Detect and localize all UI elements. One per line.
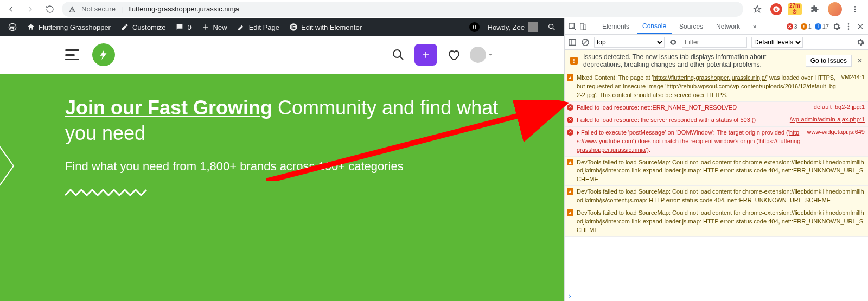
log-source-link[interactable]: www-widgetapi.js:649: [807, 129, 865, 135]
console-log-entry[interactable]: ▲DevTools failed to load SourceMap: Coul…: [565, 207, 868, 237]
wp-edit-page[interactable]: Edit Page: [232, 18, 284, 36]
url-text: fluttering-grasshopper.jurassic.ninja: [128, 5, 239, 13]
error-icon: ✕: [567, 117, 573, 123]
warning-icon: ▲: [567, 159, 573, 165]
wp-elementor[interactable]: Edit with Elementor: [284, 18, 367, 36]
wp-site-home[interactable]: Fluttering Grasshopper: [22, 18, 116, 36]
warning-count[interactable]: !1: [801, 23, 812, 30]
back-button[interactable]: [3, 2, 18, 17]
error-icon: ✕: [567, 104, 573, 111]
not-secure-icon: [68, 5, 76, 13]
error-icon: ✕: [567, 129, 573, 136]
tab-network[interactable]: Network: [711, 18, 745, 34]
log-source-link[interactable]: /wp-admin/admin-ajax.php:1: [790, 116, 865, 123]
log-message: Mixed Content: The page at 'https://flut…: [577, 74, 838, 100]
tab-sources[interactable]: Sources: [674, 18, 709, 34]
extensions-puzzle-icon[interactable]: [807, 2, 822, 17]
svg-point-0: [854, 6, 856, 8]
svg-point-1: [854, 8, 856, 10]
extension-grammarly-icon[interactable]: [770, 3, 782, 15]
reload-button[interactable]: [42, 2, 58, 17]
svg-rect-7: [293, 27, 295, 27]
divider-zigzag-icon: [65, 189, 152, 196]
wishlist-heart-icon[interactable]: [447, 48, 460, 61]
svg-rect-18: [569, 39, 576, 45]
console-log-entry[interactable]: ▲DevTools failed to load SourceMap: Coul…: [565, 157, 868, 187]
svg-rect-5: [292, 25, 293, 29]
wp-edit-page-label: Edit Page: [249, 23, 279, 31]
hero-heading-emph[interactable]: Join our Fast Growing: [65, 97, 272, 119]
tab-more[interactable]: »: [748, 18, 762, 34]
live-expression-icon[interactable]: [669, 38, 678, 47]
hamburger-menu[interactable]: [65, 49, 79, 60]
svg-line-21: [583, 40, 588, 44]
wp-site-name: Fluttering Grasshopper: [39, 23, 111, 31]
add-button[interactable]: [414, 44, 437, 66]
hero-heading: Join our Fast Growing Community and find…: [65, 95, 499, 146]
go-to-issues-button[interactable]: Go to Issues: [806, 55, 852, 67]
profile-avatar[interactable]: [828, 2, 842, 16]
wp-notif-badge[interactable]: 0: [469, 22, 479, 32]
svg-point-10: [393, 50, 401, 57]
issues-close-icon[interactable]: ✕: [857, 57, 863, 65]
log-message: Failed to load resource: net::ERR_NAME_N…: [577, 104, 810, 112]
not-secure-label: Not secure: [81, 5, 116, 13]
console-log-entry[interactable]: ▲Mixed Content: The page at 'https://flu…: [565, 72, 868, 102]
svg-rect-8: [293, 28, 295, 29]
warning-icon: ▲: [567, 74, 573, 81]
forward-button[interactable]: [23, 2, 38, 17]
svg-point-17: [848, 28, 850, 30]
console-log-entry[interactable]: ✕Failed to execute 'postMessage' on 'DOM…: [565, 127, 868, 157]
devtools-panel: Elements Console Sources Network » ✕3 !1…: [564, 18, 868, 301]
svg-point-9: [549, 24, 553, 29]
device-toggle-icon[interactable]: [579, 22, 588, 31]
chrome-menu-icon[interactable]: [847, 2, 863, 17]
level-select[interactable]: Default levels ▾: [751, 37, 803, 48]
log-message: DevTools failed to load SourceMap: Could…: [577, 209, 865, 235]
address-bar[interactable]: Not secure | fluttering-grasshopper.jura…: [62, 2, 743, 17]
tab-elements[interactable]: Elements: [597, 18, 635, 34]
svg-rect-6: [293, 25, 295, 26]
info-count[interactable]: i17: [815, 23, 829, 30]
wp-user-avatar: [528, 22, 538, 32]
wp-howdy[interactable]: Howdy, Zee: [483, 22, 542, 32]
context-select[interactable]: top: [594, 37, 665, 48]
clear-console-icon[interactable]: [581, 38, 590, 47]
hero-section: Join our Fast Growing Community and find…: [0, 74, 564, 301]
tab-console[interactable]: Console: [637, 18, 672, 34]
wp-logo[interactable]: [3, 18, 22, 36]
filter-input[interactable]: [682, 37, 747, 48]
svg-point-2: [854, 11, 856, 12]
user-menu[interactable]: [470, 47, 494, 63]
wp-comments[interactable]: 0: [170, 18, 196, 36]
warning-icon: ▲: [567, 209, 573, 216]
console-log-entry[interactable]: ✕Failed to load resource: net::ERR_NAME_…: [565, 102, 868, 114]
console-log-entry[interactable]: ✕Failed to load resource: the server res…: [565, 114, 868, 127]
console-sidebar-icon[interactable]: [568, 38, 577, 47]
hero-subheading: Find what you need from 1,800+ brands ac…: [65, 159, 499, 174]
svg-point-15: [848, 23, 850, 25]
wp-elementor-label: Edit with Elementor: [301, 23, 362, 31]
log-source-link[interactable]: default_bg2-2.jpg:1: [814, 104, 865, 110]
extension-badge-icon[interactable]: 27m ⏱: [788, 3, 802, 15]
wp-search-icon[interactable]: [542, 23, 561, 31]
devtools-settings-icon[interactable]: [832, 22, 841, 31]
wp-customize[interactable]: Customize: [116, 18, 170, 36]
warning-icon: ▲: [567, 188, 573, 195]
wp-new[interactable]: New: [196, 18, 232, 36]
console-log-list: ▲Mixed Content: The page at 'https://flu…: [565, 72, 868, 291]
search-icon[interactable]: [392, 48, 405, 61]
wp-new-label: New: [213, 23, 227, 31]
console-log-entry[interactable]: ▲DevTools failed to load SourceMap: Coul…: [565, 186, 868, 207]
wp-howdy-text: Howdy, Zee: [488, 23, 525, 31]
console-prompt[interactable]: ›: [565, 291, 868, 301]
bookmark-star-icon[interactable]: [750, 2, 765, 17]
site-logo[interactable]: [92, 43, 115, 66]
devtools-menu-icon[interactable]: [844, 22, 853, 31]
inspect-icon[interactable]: [568, 22, 577, 31]
devtools-close-icon[interactable]: [856, 22, 865, 31]
console-settings-icon[interactable]: [856, 38, 865, 47]
log-source-link[interactable]: VM244:1: [841, 74, 865, 80]
issues-text: Issues detected. The new Issues tab disp…: [583, 53, 800, 68]
error-count[interactable]: ✕3: [787, 23, 797, 30]
